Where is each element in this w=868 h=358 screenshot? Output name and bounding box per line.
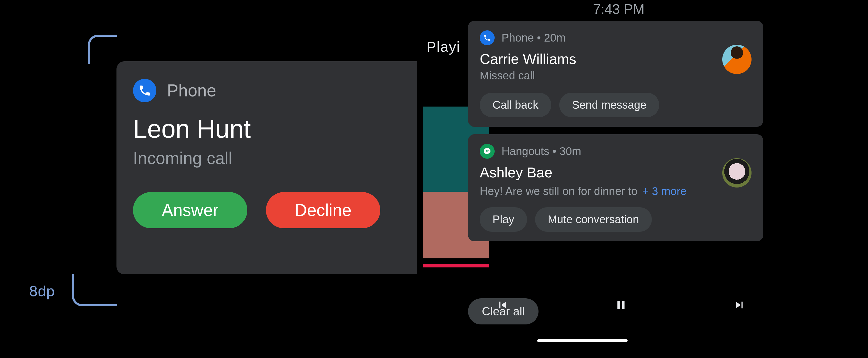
- notification-header: Phone • 20m: [480, 30, 751, 45]
- skip-previous-icon[interactable]: [495, 297, 510, 313]
- media-controls: [495, 297, 747, 313]
- phone-icon: [133, 79, 156, 102]
- notification-list: Phone • 20m Carrie Williams Missed call …: [468, 21, 763, 241]
- caller-name: Leon Hunt: [133, 114, 401, 144]
- status-bar-clock: 7:43 PM: [593, 1, 645, 17]
- notification-meta: Phone • 20m: [501, 31, 566, 44]
- incoming-call-app-label: Phone: [167, 81, 216, 101]
- annotation-bracket-top: [88, 35, 117, 64]
- notification-meta: Hangouts • 30m: [501, 145, 581, 158]
- play-button[interactable]: Play: [480, 207, 527, 232]
- notification-title: Carrie Williams: [480, 51, 751, 67]
- call-status: Incoming call: [133, 148, 401, 168]
- annotation-bracket-bottom: [72, 274, 117, 306]
- incoming-call-header: Phone: [133, 79, 401, 102]
- notification-actions: Play Mute conversation: [480, 207, 751, 232]
- call-actions: Answer Decline: [133, 192, 401, 228]
- notification-time: 20m: [544, 31, 566, 44]
- now-playing-label-partial: Playi: [427, 38, 460, 55]
- notification-card[interactable]: Phone • 20m Carrie Williams Missed call …: [468, 21, 763, 127]
- notification-subtitle: Missed call: [480, 69, 535, 82]
- mute-conversation-button[interactable]: Mute conversation: [535, 207, 652, 232]
- call-back-button[interactable]: Call back: [480, 93, 551, 117]
- notification-app-name: Hangouts: [501, 145, 550, 158]
- notification-center: Playi 7:43 PM Phone • 20m Carrie William…: [423, 0, 868, 358]
- pause-icon[interactable]: [613, 297, 629, 313]
- answer-button[interactable]: Answer: [133, 192, 247, 228]
- notification-app-name: Phone: [501, 31, 534, 44]
- annotation-padding-label: 8dp: [29, 282, 55, 300]
- home-indicator[interactable]: [537, 339, 628, 342]
- notification-card[interactable]: Hangouts • 30m Ashley Bae Hey! Are we st…: [468, 134, 763, 241]
- avatar: [722, 158, 751, 188]
- notification-title: Ashley Bae: [480, 164, 751, 181]
- incoming-call-card: Phone Leon Hunt Incoming call Answer Dec…: [117, 61, 417, 274]
- avatar: [722, 45, 751, 74]
- phone-icon: [480, 30, 495, 45]
- notification-actions: Call back Send message: [480, 93, 751, 117]
- send-message-button[interactable]: Send message: [559, 93, 659, 117]
- hangouts-icon: [480, 144, 495, 159]
- notification-more-link[interactable]: + 3 more: [642, 185, 687, 198]
- progress-line: [423, 264, 489, 268]
- notification-time: 30m: [560, 145, 581, 158]
- notification-subtitle: Hey! Are we still on for dinner to: [480, 185, 638, 198]
- skip-next-icon[interactable]: [731, 297, 747, 313]
- notification-header: Hangouts • 30m: [480, 144, 751, 159]
- decline-button[interactable]: Decline: [266, 192, 380, 228]
